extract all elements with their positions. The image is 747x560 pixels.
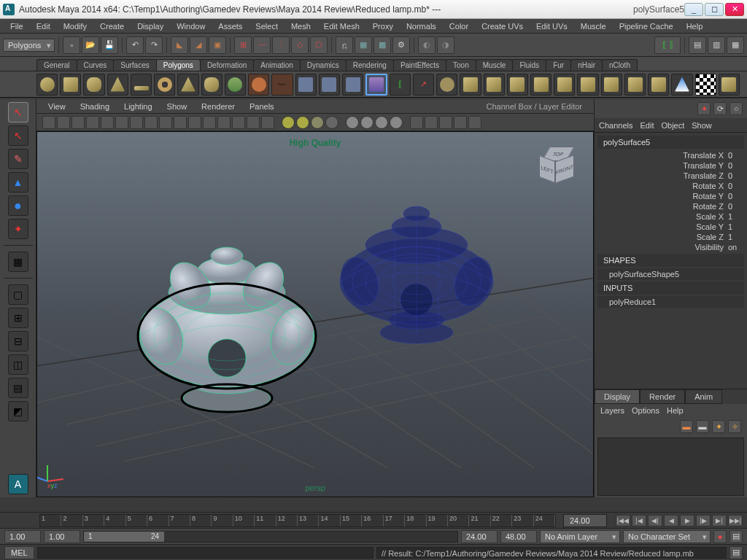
shelf-tab-surfaces[interactable]: Surfaces	[113, 59, 156, 71]
render-button[interactable]: ▦	[355, 36, 372, 54]
poly-plane-button[interactable]	[131, 74, 152, 96]
menu-pipelinecache[interactable]: Pipeline Cache	[614, 20, 679, 32]
current-frame[interactable]: 24.00	[563, 514, 607, 527]
rewind-button[interactable]: |◀◀	[616, 515, 630, 526]
shape-name[interactable]: polySurfaceShape5	[597, 268, 744, 280]
bool-diff-button[interactable]	[507, 74, 528, 96]
layer-tab-render[interactable]: Render	[640, 389, 685, 404]
ch-menu-object[interactable]: Object	[661, 121, 684, 130]
input-name[interactable]: polyReduce1	[597, 296, 744, 308]
play-back-button[interactable]: ◀	[664, 515, 678, 526]
panel-btn[interactable]	[232, 116, 245, 129]
ipvr-button[interactable]: ▩	[374, 36, 391, 54]
shade-btn[interactable]	[390, 116, 403, 129]
panel-menu-shading[interactable]: Shading	[74, 101, 115, 112]
menu-mesh[interactable]: Mesh	[285, 20, 317, 32]
layout-two-h[interactable]: ⊟	[8, 331, 28, 351]
panel-btn[interactable]	[115, 116, 128, 129]
panel-btn[interactable]	[159, 116, 172, 129]
select-hier-button[interactable]: ◣	[171, 36, 188, 54]
panel-menu-show[interactable]: Show	[161, 101, 193, 112]
shelf-tab-painteffects[interactable]: PaintEffects	[393, 59, 446, 71]
menu-color[interactable]: Color	[444, 20, 474, 32]
paint-select-tool[interactable]: ✎	[8, 149, 28, 169]
menu-assets[interactable]: Assets	[212, 20, 248, 32]
viewport[interactable]: High Quality persp	[36, 131, 594, 497]
layer-btn[interactable]: ▬	[680, 420, 693, 433]
maya-home-icon[interactable]: A	[8, 474, 28, 494]
panel-btn[interactable]	[439, 116, 452, 129]
panel-btn[interactable]	[86, 116, 99, 129]
key-back-button[interactable]: ◀|	[648, 515, 662, 526]
poly-cube-button[interactable]	[60, 74, 81, 96]
layout-outliner[interactable]: ▤	[8, 378, 28, 398]
menu-editmesh[interactable]: Edit Mesh	[318, 20, 365, 32]
panel-btn[interactable]	[425, 116, 438, 129]
panel-btn[interactable]	[410, 116, 423, 129]
menu-modify[interactable]: Modify	[58, 20, 93, 32]
channel-box-toggle[interactable]: ▦	[727, 36, 744, 54]
append-button[interactable]: ↗	[413, 74, 434, 96]
shade-btn[interactable]	[346, 116, 359, 129]
normal-button[interactable]	[554, 74, 575, 96]
range-end-outer[interactable]: 48.00	[500, 530, 537, 543]
light-btn[interactable]	[311, 116, 324, 129]
snap-curve-button[interactable]: 〰	[253, 36, 271, 54]
menu-window[interactable]: Window	[171, 20, 211, 32]
bevel-button[interactable]	[577, 74, 598, 96]
render-settings-button[interactable]: ⚙	[392, 36, 410, 54]
light-btn[interactable]	[282, 116, 295, 129]
layer-btn[interactable]: ▬	[696, 420, 709, 433]
panel-btn[interactable]	[454, 116, 467, 129]
sync-icon[interactable]: ⟳	[713, 102, 727, 115]
menu-edit[interactable]: Edit	[31, 20, 56, 32]
shelf-tab-nhair[interactable]: nHair	[570, 59, 603, 71]
mesh-selected[interactable]	[110, 190, 344, 425]
channel-row[interactable]: Scale Y1	[595, 222, 747, 232]
sculpt-button[interactable]	[248, 74, 269, 96]
panel-btn[interactable]	[261, 116, 274, 129]
shade-btn[interactable]	[360, 116, 374, 129]
soft-select-button[interactable]: 〰	[271, 74, 293, 96]
poly-cone-button[interactable]	[107, 74, 128, 96]
channel-row[interactable]: Rotate Y0	[595, 191, 747, 201]
menu-edituvs[interactable]: Edit UVs	[530, 20, 573, 32]
maximize-button[interactable]: ◻	[705, 3, 724, 16]
shelf-tab-general[interactable]: General	[36, 59, 77, 71]
scale-tool[interactable]: ✦	[8, 219, 28, 239]
panel-btn[interactable]	[71, 116, 85, 129]
poly-torus-button[interactable]	[154, 74, 175, 96]
minimize-button[interactable]: _	[684, 3, 703, 16]
split-button[interactable]	[624, 74, 646, 96]
insert-edge-button[interactable]	[648, 74, 669, 96]
play-button[interactable]: ▶	[680, 515, 694, 526]
key-fwd-button[interactable]: |▶	[696, 515, 711, 526]
shelf-tab-animation[interactable]: Animation	[253, 59, 300, 71]
tool-settings-toggle[interactable]: ▥	[708, 36, 725, 54]
module-dropdown[interactable]: Polygons	[3, 39, 55, 52]
shelf-tab-deformation[interactable]: Deformation	[200, 59, 254, 71]
light-btn[interactable]	[296, 116, 309, 129]
attrib-editor-toggle[interactable]: ▤	[689, 36, 706, 54]
channel-row[interactable]: Rotate X0	[595, 181, 747, 191]
shelf-tab-dynamics[interactable]: Dynamics	[300, 59, 347, 71]
shade-btn[interactable]	[375, 116, 388, 129]
channel-row[interactable]: Rotate Z0	[595, 201, 747, 211]
layer-menu-options[interactable]: Options	[632, 406, 659, 415]
snap-point-button[interactable]: ⋮	[272, 36, 290, 54]
ch-menu-edit[interactable]: Edit	[640, 121, 654, 130]
light-button[interactable]	[671, 74, 692, 96]
panel-btn[interactable]	[217, 116, 231, 129]
combine-button[interactable]	[295, 74, 317, 96]
range-end[interactable]: 24.00	[461, 530, 498, 543]
uv-button[interactable]	[719, 74, 740, 96]
panel-btn[interactable]	[130, 116, 143, 129]
manip-icon[interactable]: ✦	[697, 102, 711, 115]
light-btn[interactable]	[325, 116, 338, 129]
anim-layer-dropdown[interactable]: No Anim Layer	[540, 530, 620, 543]
range-track[interactable]: 1 24	[83, 531, 458, 542]
layout-persp[interactable]: ◩	[8, 401, 28, 421]
command-input[interactable]	[37, 547, 374, 559]
snap-grid-button[interactable]: ⊞	[234, 36, 252, 54]
channel-row[interactable]: Translate Y0	[595, 160, 747, 171]
